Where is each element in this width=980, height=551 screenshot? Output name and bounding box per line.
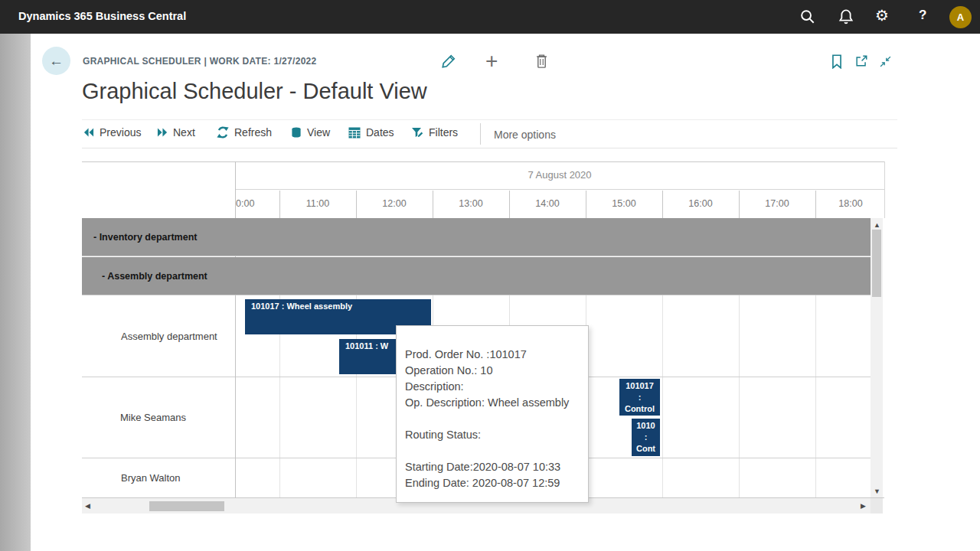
previous-label: Previous <box>100 126 141 139</box>
refresh-icon <box>217 126 229 139</box>
scrollbar-corner <box>871 498 883 514</box>
tooltip-line: Prod. Order No. :101017 <box>405 347 582 363</box>
add-plus-icon[interactable]: + <box>485 49 498 73</box>
edit-pencil-icon[interactable] <box>441 54 456 69</box>
tick-14: 14:00 <box>509 198 586 209</box>
task-label-line: : <box>619 392 660 403</box>
notifications-bell-icon[interactable] <box>838 8 854 25</box>
scroll-down-icon[interactable]: ▼ <box>874 488 880 495</box>
breadcrumb: GRAPHICAL SCHEDULER | WORK DATE: 1/27/20… <box>83 56 317 67</box>
settings-gear-icon[interactable]: ⚙ <box>875 6 892 23</box>
help-icon[interactable]: ? <box>919 8 926 23</box>
group-label: - Inventory department <box>82 232 197 243</box>
tooltip-line: Operation No.: 10 <box>405 363 582 379</box>
next-label: Next <box>173 126 195 139</box>
next-button[interactable]: Next <box>157 126 195 139</box>
back-button[interactable]: ← <box>42 47 70 75</box>
tooltip-line: Ending Date: 2020-08-07 12:59 <box>405 475 582 491</box>
tick-18: 18:00 <box>815 198 886 209</box>
task-bar-1010-cont[interactable]: 1010 : Cont <box>632 419 660 456</box>
skip-previous-icon <box>83 127 94 138</box>
task-label-line: : <box>632 432 660 443</box>
tick-12: 12:00 <box>356 198 433 209</box>
tick-15: 15:00 <box>586 198 662 209</box>
skip-next-icon <box>157 127 168 138</box>
scroll-up-icon[interactable]: ▲ <box>874 222 880 229</box>
scroll-right-icon[interactable]: ▶ <box>861 503 866 510</box>
tooltip-line <box>405 443 582 459</box>
group-row-assembly[interactable]: - Assembly department <box>82 257 871 295</box>
avatar[interactable]: A <box>949 6 972 28</box>
task-label: 101017 : Wheel assembly <box>251 302 352 311</box>
task-label-line: Control <box>619 403 660 415</box>
tooltip-line: Description: <box>405 379 582 395</box>
horizontal-scrollbar-thumb[interactable] <box>149 501 224 511</box>
tick-17: 17:00 <box>739 198 815 209</box>
search-icon[interactable] <box>799 8 816 25</box>
view-label: View <box>307 126 330 139</box>
tick-13: 13:00 <box>433 198 509 209</box>
task-label-line: 101017 <box>619 380 660 392</box>
group-row-inventory[interactable]: - Inventory department <box>82 218 871 256</box>
grid-column-line <box>662 295 663 497</box>
filters-button[interactable]: Filters <box>411 126 458 139</box>
timeline-date-label: 7 August 2020 <box>235 169 884 181</box>
scheduler-top-border <box>82 161 884 162</box>
refresh-button[interactable]: Refresh <box>217 126 272 139</box>
page-title: Graphical Scheduler - Default View <box>82 79 427 104</box>
topbar: Dynamics 365 Business Central ⚙ ? A <box>0 0 980 34</box>
open-in-new-window-icon[interactable] <box>854 54 868 68</box>
task-tooltip: Prod. Order No. :101017 Operation No.: 1… <box>396 325 589 503</box>
toolbar-bottom-border <box>82 148 897 148</box>
dates-label: Dates <box>366 126 394 139</box>
task-label-line: Cont <box>632 443 660 455</box>
refresh-label: Refresh <box>234 126 272 139</box>
filter-funnel-icon <box>411 127 423 139</box>
tick-11: 11:00 <box>279 198 356 209</box>
resource-assembly-department: Assembly department <box>121 331 217 342</box>
resource-column-border <box>235 161 236 497</box>
bookmark-icon[interactable] <box>831 54 843 69</box>
tooltip-line: Starting Date:2020-08-07 10:33 <box>405 459 582 475</box>
previous-button[interactable]: Previous <box>83 126 141 139</box>
app-title: Dynamics 365 Business Central <box>18 10 186 22</box>
toolbar-top-border <box>82 119 897 120</box>
delete-trash-icon[interactable] <box>534 54 549 69</box>
page-edge-shade <box>0 34 31 551</box>
scroll-left-icon[interactable]: ◀ <box>85 503 90 510</box>
task-label: 101011 : W <box>345 341 388 350</box>
filters-label: Filters <box>429 126 458 139</box>
grid-column-line <box>815 295 816 497</box>
toolbar-divider <box>480 123 481 145</box>
task-bar-101017-control[interactable]: 101017 : Control <box>619 379 660 416</box>
tick-10: 0:00 <box>236 198 259 209</box>
vertical-scrollbar-thumb[interactable] <box>872 230 881 297</box>
more-options-button[interactable]: More options <box>494 129 556 141</box>
grid-column-line <box>739 295 740 497</box>
task-label-line: 1010 <box>632 420 660 432</box>
tooltip-line: Routing Status: <box>405 427 582 443</box>
timeline-right-border <box>884 161 885 218</box>
collapse-icon[interactable] <box>879 55 892 68</box>
tick-16: 16:00 <box>662 198 739 209</box>
tooltip-line: Op. Description: Wheel assembly <box>405 395 582 411</box>
database-cylinder-icon <box>291 127 302 139</box>
resource-bryan-walton: Bryan Walton <box>121 472 181 484</box>
tooltip-line <box>405 411 582 427</box>
date-band-border <box>235 189 884 190</box>
resource-mike-seamans: Mike Seamans <box>120 412 186 423</box>
calendar-icon <box>348 127 361 139</box>
view-button[interactable]: View <box>291 126 330 139</box>
group-label: - Assembly department <box>82 271 207 282</box>
dates-button[interactable]: Dates <box>348 126 394 139</box>
